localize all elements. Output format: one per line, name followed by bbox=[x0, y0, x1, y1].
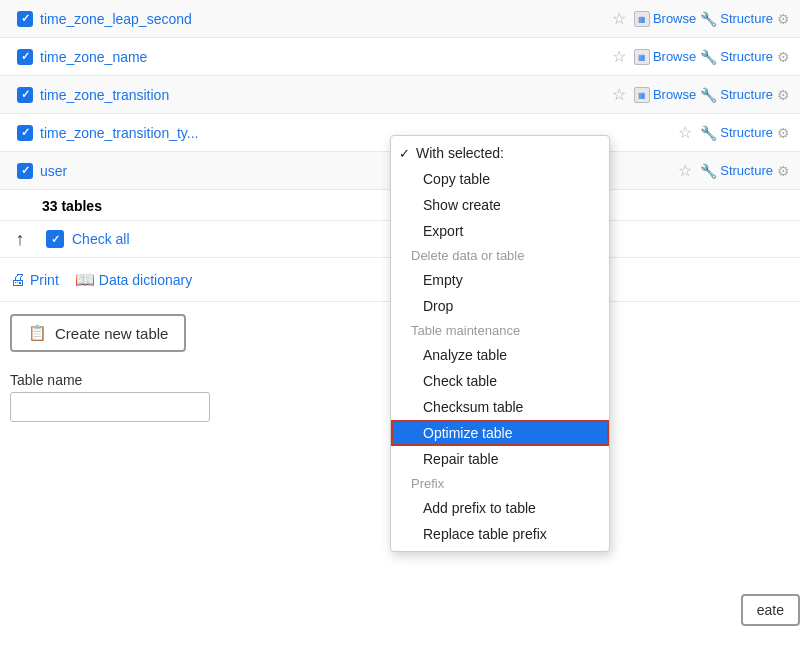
checksum-table-item[interactable]: Checksum table bbox=[391, 394, 609, 420]
check-table-item[interactable]: Check table bbox=[391, 368, 609, 394]
add-prefix-item[interactable]: Add prefix to table bbox=[391, 495, 609, 521]
check-all-label[interactable]: Check all bbox=[72, 231, 130, 247]
export-item[interactable]: Export bbox=[391, 218, 609, 244]
structure-icon: 🔧 bbox=[700, 49, 717, 65]
check-all-checkbox[interactable] bbox=[46, 230, 64, 248]
browse-icon: ▦ bbox=[634, 11, 650, 27]
dictionary-icon: 📖 bbox=[75, 270, 95, 289]
favorite-icon[interactable]: ☆ bbox=[678, 161, 692, 180]
action-cells: 🔧 Structure ⚙ bbox=[700, 125, 790, 141]
favorite-icon[interactable]: ☆ bbox=[678, 123, 692, 142]
structure-link[interactable]: 🔧 Structure bbox=[700, 87, 773, 103]
checkbox-checked[interactable] bbox=[17, 163, 33, 179]
delete-section-label: Delete data or table bbox=[391, 244, 609, 267]
create-table-button[interactable]: 📋 Create new table bbox=[10, 314, 186, 352]
table-row: time_zone_name ☆ ▦ Browse 🔧 Structure ⚙ bbox=[0, 38, 800, 76]
action-cells: ▦ Browse 🔧 Structure ⚙ bbox=[634, 49, 790, 65]
structure-icon: 🔧 bbox=[700, 163, 717, 179]
empty-item[interactable]: Empty bbox=[391, 267, 609, 293]
print-link[interactable]: 🖨 Print bbox=[10, 271, 59, 289]
repair-table-item[interactable]: Repair table bbox=[391, 446, 609, 472]
scroll-to-top-icon[interactable]: ↑ bbox=[10, 229, 30, 249]
more-icon[interactable]: ⚙ bbox=[777, 87, 790, 103]
checkbox-cell[interactable] bbox=[10, 125, 40, 141]
drop-item[interactable]: Drop bbox=[391, 293, 609, 319]
table-name-link[interactable]: time_zone_leap_second bbox=[40, 11, 604, 27]
context-menu: ✓ With selected: Copy table Show create … bbox=[390, 135, 610, 552]
create-table-icon: 📋 bbox=[28, 324, 47, 342]
checkmark-icon: ✓ bbox=[399, 146, 410, 161]
browse-link[interactable]: ▦ Browse bbox=[634, 87, 696, 103]
create-button-partial: eate bbox=[741, 594, 800, 626]
checkbox-cell[interactable] bbox=[10, 163, 40, 179]
structure-link[interactable]: 🔧 Structure bbox=[700, 125, 773, 141]
more-icon[interactable]: ⚙ bbox=[777, 163, 790, 179]
tables-count: 33 tables bbox=[42, 198, 102, 214]
structure-icon: 🔧 bbox=[700, 125, 717, 141]
optimize-table-item[interactable]: Optimize table bbox=[391, 420, 609, 446]
maintenance-section-label: Table maintenance bbox=[391, 319, 609, 342]
table-row: time_zone_transition ☆ ▦ Browse 🔧 Struct… bbox=[0, 76, 800, 114]
structure-link[interactable]: 🔧 Structure bbox=[700, 49, 773, 65]
checkbox-cell[interactable] bbox=[10, 11, 40, 27]
browse-link[interactable]: ▦ Browse bbox=[634, 11, 696, 27]
main-content: time_zone_leap_second ☆ ▦ Browse 🔧 Struc… bbox=[0, 0, 800, 646]
action-cells: ▦ Browse 🔧 Structure ⚙ bbox=[634, 11, 790, 27]
with-selected-header: ✓ With selected: bbox=[391, 140, 609, 166]
favorite-icon[interactable]: ☆ bbox=[612, 9, 626, 28]
structure-icon: 🔧 bbox=[700, 11, 717, 27]
action-cells: ▦ Browse 🔧 Structure ⚙ bbox=[634, 87, 790, 103]
print-icon: 🖨 bbox=[10, 271, 26, 289]
more-icon[interactable]: ⚙ bbox=[777, 125, 790, 141]
action-cells: 🔧 Structure ⚙ bbox=[700, 163, 790, 179]
checkbox-cell[interactable] bbox=[10, 87, 40, 103]
table-row: time_zone_leap_second ☆ ▦ Browse 🔧 Struc… bbox=[0, 0, 800, 38]
table-name-link[interactable]: time_zone_name bbox=[40, 49, 604, 65]
analyze-table-item[interactable]: Analyze table bbox=[391, 342, 609, 368]
checkbox-checked[interactable] bbox=[17, 87, 33, 103]
replace-prefix-item[interactable]: Replace table prefix bbox=[391, 521, 609, 547]
prefix-section-label: Prefix bbox=[391, 472, 609, 495]
browse-icon: ▦ bbox=[634, 49, 650, 65]
favorite-icon[interactable]: ☆ bbox=[612, 47, 626, 66]
structure-link[interactable]: 🔧 Structure bbox=[700, 11, 773, 27]
copy-table-item[interactable]: Copy table bbox=[391, 166, 609, 192]
table-name-link[interactable]: time_zone_transition bbox=[40, 87, 604, 103]
create-submit-button[interactable]: eate bbox=[741, 594, 800, 626]
table-name-input[interactable] bbox=[10, 392, 210, 422]
more-icon[interactable]: ⚙ bbox=[777, 49, 790, 65]
checkbox-checked[interactable] bbox=[17, 49, 33, 65]
checkbox-checked[interactable] bbox=[17, 125, 33, 141]
structure-icon: 🔧 bbox=[700, 87, 717, 103]
structure-link[interactable]: 🔧 Structure bbox=[700, 163, 773, 179]
checkbox-cell[interactable] bbox=[10, 49, 40, 65]
browse-icon: ▦ bbox=[634, 87, 650, 103]
favorite-icon[interactable]: ☆ bbox=[612, 85, 626, 104]
more-icon[interactable]: ⚙ bbox=[777, 11, 790, 27]
data-dictionary-link[interactable]: 📖 Data dictionary bbox=[75, 270, 192, 289]
browse-link[interactable]: ▦ Browse bbox=[634, 49, 696, 65]
show-create-item[interactable]: Show create bbox=[391, 192, 609, 218]
checkbox-checked[interactable] bbox=[17, 11, 33, 27]
